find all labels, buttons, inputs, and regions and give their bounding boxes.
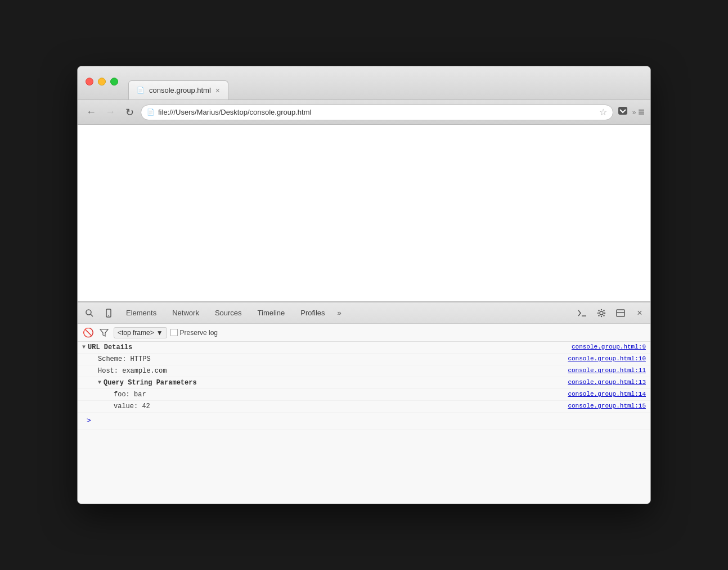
frame-selector-text: <top frame> [118, 329, 154, 337]
url-details-source[interactable]: console.group.html:9 [572, 342, 650, 353]
preserve-log-label[interactable]: Preserve log [170, 329, 218, 337]
svg-point-13 [603, 310, 604, 311]
page-content [78, 125, 650, 301]
tab-timeline[interactable]: Timeline [250, 302, 293, 324]
console-left-foo: foo: bar [78, 389, 568, 400]
console-prompt-area[interactable]: > [78, 413, 650, 429]
scheme-text: Scheme: HTTPS [98, 355, 151, 363]
console-row-query-string: Query String Parameters console.group.ht… [78, 377, 650, 389]
url-details-text: URL Details [88, 343, 132, 351]
traffic-lights [86, 78, 118, 85]
tab-network[interactable]: Network [164, 302, 207, 324]
more-tabs-button[interactable]: » [333, 302, 346, 324]
device-icon [104, 309, 113, 318]
svg-rect-0 [618, 107, 627, 115]
console-row-host: Host: example.com console.group.html:11 [78, 365, 650, 377]
nav-bar: ← → ↻ 📄 file:///Users/Marius/Desktop/con… [78, 100, 650, 125]
svg-point-14 [598, 315, 599, 316]
console-row-url-details: URL Details console.group.html:9 [78, 342, 650, 354]
extensions-chevron[interactable]: » [632, 108, 636, 116]
console-prompt-icon: > [82, 414, 96, 427]
tab-close-button[interactable]: × [215, 86, 220, 95]
close-devtools-button[interactable]: × [631, 305, 648, 322]
browser-tab[interactable]: 📄 console.group.html × [128, 80, 228, 99]
devtools-panel: Elements Network Sources Timeline Profil… [78, 301, 650, 504]
url-page-icon: 📄 [147, 108, 155, 116]
close-button[interactable] [86, 78, 93, 85]
svg-point-11 [598, 310, 599, 311]
host-source[interactable]: console.group.html:11 [568, 365, 650, 377]
search-icon [85, 309, 94, 318]
tab-elements[interactable]: Elements [118, 302, 164, 324]
execute-icon [578, 310, 587, 316]
tab-profiles[interactable]: Profiles [293, 302, 332, 324]
nav-right-buttons: » ≡ [632, 106, 645, 119]
tab-page-icon: 📄 [137, 87, 145, 94]
gear-icon [597, 309, 606, 318]
console-left-value: value: 42 [78, 401, 568, 412]
frame-selector[interactable]: <top frame> ▼ [114, 327, 167, 338]
svg-marker-17 [100, 329, 108, 336]
preserve-log-text: Preserve log [180, 329, 218, 337]
svg-rect-15 [617, 310, 624, 316]
query-string-text: Query String Parameters [104, 379, 197, 387]
undock-button[interactable] [612, 305, 629, 322]
console-left-url-details: URL Details [78, 342, 572, 353]
console-left-host: Host: example.com [78, 365, 568, 377]
expand-query-string-icon[interactable] [98, 379, 101, 386]
console-output: URL Details console.group.html:9 Scheme:… [78, 342, 650, 504]
svg-point-8 [601, 315, 602, 316]
value-text: value: 42 [114, 402, 150, 410]
console-row-value: value: 42 console.group.html:15 [78, 401, 650, 413]
svg-point-12 [603, 315, 604, 316]
query-string-source[interactable]: console.group.html:13 [568, 377, 650, 388]
undock-icon [616, 309, 625, 317]
title-bar: 📄 console.group.html × [78, 66, 650, 100]
svg-point-1 [86, 310, 91, 315]
scheme-source[interactable]: console.group.html:10 [568, 354, 650, 365]
devtools-search-button[interactable] [80, 304, 99, 323]
pocket-button[interactable] [617, 105, 629, 120]
console-prompt-row[interactable]: > [78, 413, 650, 429]
svg-point-7 [601, 309, 602, 310]
url-text: file:///Users/Marius/Desktop/console.gro… [158, 108, 596, 116]
console-left-query-string: Query String Parameters [78, 377, 568, 388]
value-source[interactable]: console.group.html:15 [568, 401, 650, 412]
console-left-scheme: Scheme: HTTPS [78, 354, 568, 365]
svg-line-2 [91, 314, 93, 316]
tabs-row: 📄 console.group.html × [128, 66, 249, 99]
dropdown-arrow-icon: ▼ [156, 329, 163, 337]
new-tab-button[interactable] [228, 84, 249, 99]
url-bar[interactable]: 📄 file:///Users/Marius/Desktop/console.g… [141, 105, 613, 120]
svg-point-6 [600, 311, 603, 315]
svg-point-9 [597, 312, 599, 313]
preserve-log-checkbox[interactable] [170, 329, 178, 336]
reload-button[interactable]: ↻ [122, 105, 137, 120]
maximize-button[interactable] [110, 78, 118, 85]
browser-window: 📄 console.group.html × ← → ↻ 📄 file:///U… [77, 66, 651, 504]
filter-button[interactable] [98, 327, 110, 339]
tab-sources[interactable]: Sources [207, 302, 250, 324]
devtools-right-buttons: × [574, 305, 648, 322]
tab-title: console.group.html [149, 86, 211, 94]
expand-url-details-icon[interactable] [82, 343, 86, 350]
settings-button[interactable] [593, 305, 610, 322]
svg-point-4 [108, 315, 109, 316]
foo-text: foo: bar [114, 391, 146, 399]
pocket-icon [617, 105, 629, 117]
devtools-tab-bar: Elements Network Sources Timeline Profil… [78, 302, 650, 324]
console-row-scheme: Scheme: HTTPS console.group.html:10 [78, 354, 650, 365]
devtools-device-button[interactable] [99, 304, 118, 323]
forward-button[interactable]: → [102, 105, 118, 120]
console-toolbar: 🚫 <top frame> ▼ Preserve log [78, 324, 650, 342]
back-button[interactable]: ← [83, 105, 99, 120]
console-execute-button[interactable] [574, 305, 591, 322]
filter-icon [100, 329, 109, 337]
minimize-button[interactable] [98, 78, 106, 85]
svg-point-10 [604, 312, 605, 313]
foo-source[interactable]: console.group.html:14 [568, 389, 650, 400]
clear-console-button[interactable]: 🚫 [82, 327, 95, 339]
console-row-foo: foo: bar console.group.html:14 [78, 389, 650, 401]
bookmark-star-icon[interactable]: ☆ [599, 107, 607, 117]
menu-button[interactable]: ≡ [638, 106, 645, 119]
